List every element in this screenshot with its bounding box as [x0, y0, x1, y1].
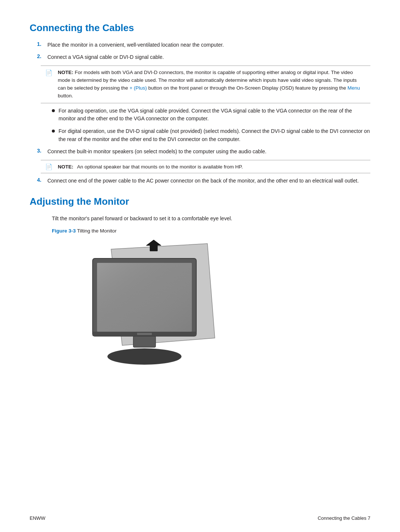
section2-title: Adjusting the Monitor: [30, 196, 370, 207]
section1-title: Connecting the Cables: [30, 22, 370, 34]
step-4: 4. Connect one end of the power cable to…: [37, 177, 370, 185]
note-content-1: NOTE: For models with both VGA and DVI-D…: [58, 69, 366, 100]
bullet-2: For digital operation, use the DVI-D sig…: [52, 127, 370, 143]
step-4-text: Connect one end of the power cable to th…: [47, 177, 370, 185]
note1-link1: + (Plus): [130, 85, 147, 91]
bullet-1-text: For analog operation, use the VGA signal…: [59, 107, 370, 123]
section2-intro: Tilt the monitor's panel forward or back…: [52, 215, 370, 223]
connecting-cables-steps: 1. Place the monitor in a convenient, we…: [37, 41, 370, 61]
note1-text-middle: button on the front panel or through the…: [147, 85, 348, 91]
note-box-1: 📄 NOTE: For models with both VGA and DVI…: [41, 66, 370, 103]
step-3-text: Connect the built-in monitor speakers (o…: [47, 148, 370, 155]
monitor-figure: [81, 238, 222, 371]
monitor-svg: [81, 238, 222, 371]
step-4-number: 4.: [37, 177, 44, 183]
svg-rect-6: [133, 336, 156, 347]
step-3: 3. Connect the built-in monitor speakers…: [37, 148, 370, 155]
footer-right: Connecting the Cables 7: [318, 515, 370, 521]
note-icon-2: 📄: [45, 163, 54, 170]
figure-label: Figure 3-3 Tilting the Monitor: [52, 228, 370, 234]
bullet-dot-1: [52, 109, 55, 112]
figure-label-bold: Figure 3-3: [52, 228, 76, 234]
note-icon-1: 📄: [45, 69, 54, 76]
connecting-cables-step4: 4. Connect one end of the power cable to…: [37, 177, 370, 185]
step-1-number: 1.: [37, 41, 44, 47]
note-box-2: 📄 NOTE: An optional speaker bar that mou…: [41, 160, 370, 173]
svg-point-7: [107, 348, 181, 365]
step-2-text: Connect a VGA signal cable or DVI-D sign…: [47, 53, 370, 61]
footer: ENWW Connecting the Cables 7: [0, 515, 400, 521]
svg-rect-5: [137, 333, 152, 335]
section2: Adjusting the Monitor Tilt the monitor's…: [30, 196, 370, 371]
svg-rect-3: [97, 263, 192, 332]
bullet-dot-2: [52, 130, 55, 133]
note2-label: NOTE:: [58, 164, 73, 170]
step-1-text: Place the monitor in a convenient, well-…: [47, 41, 370, 49]
note1-text-after: button.: [58, 93, 73, 98]
figure-label-text: Tilting the Monitor: [76, 228, 117, 234]
note1-label: NOTE:: [58, 70, 73, 75]
step-3-number: 3.: [37, 148, 44, 154]
bullet-list: For analog operation, use the VGA signal…: [52, 107, 370, 144]
note2-text: An optional speaker bar that mounts on t…: [77, 164, 243, 170]
step-2-number: 2.: [37, 53, 44, 59]
connecting-cables-steps-cont: 3. Connect the built-in monitor speakers…: [37, 148, 370, 155]
bullet-2-text: For digital operation, use the DVI-D sig…: [59, 127, 370, 143]
bullet-1: For analog operation, use the VGA signal…: [52, 107, 370, 123]
note1-link2: Menu: [347, 85, 360, 91]
step-1: 1. Place the monitor in a convenient, we…: [37, 41, 370, 49]
footer-left: ENWW: [30, 515, 46, 521]
step-2: 2. Connect a VGA signal cable or DVI-D s…: [37, 53, 370, 61]
